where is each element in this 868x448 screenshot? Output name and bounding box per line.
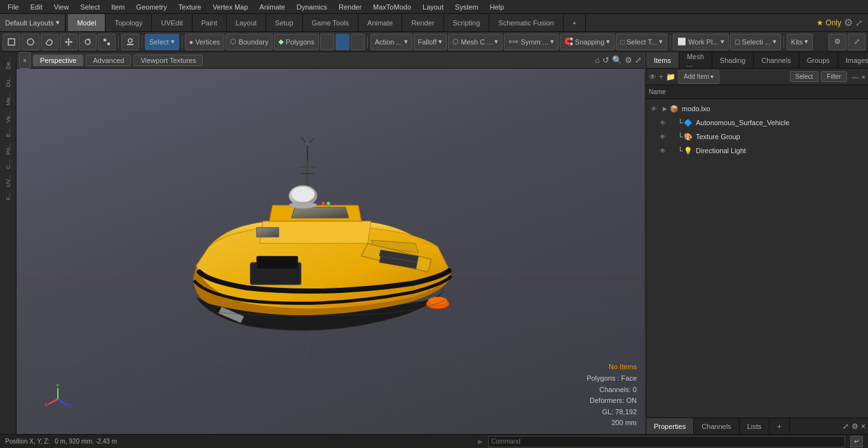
- menu-edit[interactable]: Edit: [25, 2, 48, 12]
- tool-move[interactable]: [60, 34, 78, 50]
- prop-gear-icon[interactable]: ⚙: [851, 422, 858, 431]
- viewport-tab-advanced[interactable]: Advanced: [86, 55, 131, 66]
- falloff-dropdown[interactable]: Falloff ▾: [414, 34, 447, 50]
- mode-tab-model[interactable]: Model: [68, 14, 105, 31]
- items-close-icon[interactable]: ×: [862, 73, 865, 81]
- mode-tab-animate[interactable]: Animate: [358, 14, 402, 31]
- boundary-dropdown[interactable]: ⬡ Boundary: [226, 34, 273, 50]
- vis-icon-light[interactable]: 👁: [658, 146, 668, 156]
- vertices-dropdown[interactable]: ● Vertices: [185, 34, 225, 50]
- command-arrow-icon[interactable]: ▶: [478, 438, 483, 445]
- tree-item-light[interactable]: 👁 ▶ └ 💡 Directional Light: [646, 144, 868, 158]
- tool-circle-select[interactable]: [22, 34, 39, 50]
- symm-dropdown[interactable]: ⟺ Symm ... ▾: [504, 34, 558, 50]
- left-tool-du[interactable]: Du...: [4, 72, 13, 90]
- star-button[interactable]: ★ Only: [817, 18, 841, 27]
- left-tool-ve[interactable]: Ve...: [4, 109, 13, 125]
- vis-icon-texture[interactable]: 👁: [658, 132, 668, 142]
- prop-tab-add[interactable]: +: [770, 418, 789, 434]
- select-dropdown[interactable]: Select ▾: [145, 34, 179, 50]
- vis-icon-root[interactable]: 👁: [649, 104, 659, 114]
- viewport-reset-icon[interactable]: ↺: [602, 55, 609, 65]
- viewport-home-icon[interactable]: ⌂: [595, 55, 600, 65]
- menu-texture[interactable]: Texture: [173, 2, 207, 12]
- tool-extra2[interactable]: [336, 34, 349, 50]
- command-input[interactable]: [488, 436, 845, 447]
- menu-file[interactable]: File: [3, 2, 24, 12]
- mode-tab-schematic[interactable]: Schematic Fusion: [489, 14, 563, 31]
- mode-tab-setup[interactable]: Setup: [266, 14, 303, 31]
- layout-settings-icon[interactable]: ⚙: [844, 17, 853, 29]
- tool-fullscreen[interactable]: ⤢: [848, 34, 865, 50]
- tool-rotate[interactable]: [79, 34, 97, 50]
- items-eye-icon[interactable]: 👁: [649, 72, 656, 81]
- left-tool-e[interactable]: E...: [4, 126, 13, 140]
- menu-system[interactable]: System: [450, 2, 484, 12]
- menu-view[interactable]: View: [49, 2, 74, 12]
- left-tool-po[interactable]: Po...: [4, 140, 13, 158]
- left-tool-uv[interactable]: UV...: [4, 172, 13, 189]
- tool-extra3[interactable]: [351, 34, 365, 50]
- viewport-tab-perspective[interactable]: Perspective: [33, 55, 83, 66]
- items-add-icon[interactable]: +: [659, 72, 663, 81]
- viewport-tab-textures[interactable]: Viewport Textures: [133, 55, 203, 66]
- action-dropdown[interactable]: Action ... ▾: [370, 34, 412, 50]
- menu-layout[interactable]: Layout: [417, 2, 449, 12]
- layout-dropdown[interactable]: Default Layouts ▾: [0, 14, 65, 31]
- tool-select-mode[interactable]: [3, 34, 20, 50]
- panel-tab-shading[interactable]: Shading: [712, 52, 754, 68]
- panel-tab-groups[interactable]: Groups: [799, 52, 838, 68]
- tree-item-root[interactable]: 👁 ▶ 📦 modo.lxo: [646, 102, 868, 116]
- left-tool-me[interactable]: Me...: [4, 90, 13, 108]
- tool-snap-to-ground[interactable]: [121, 34, 139, 50]
- menu-maxtomodo[interactable]: MaxToModo: [368, 2, 416, 12]
- viewport-zoom-icon[interactable]: 🔍: [612, 55, 622, 65]
- prop-tab-properties[interactable]: Properties: [646, 418, 694, 434]
- panel-tab-mesh[interactable]: Mesh ...: [679, 52, 712, 68]
- left-tool-f[interactable]: F...: [4, 190, 13, 203]
- layout-expand-icon[interactable]: ⤢: [855, 18, 863, 28]
- prop-close-icon[interactable]: ×: [861, 422, 865, 431]
- tool-extra1[interactable]: [320, 34, 334, 50]
- command-submit-button[interactable]: ↵: [850, 436, 863, 447]
- selecti-dropdown[interactable]: ◻ Selecti ... ▾: [730, 34, 781, 50]
- tool-globesettings[interactable]: ⚙: [829, 34, 846, 50]
- menu-select[interactable]: Select: [75, 2, 105, 12]
- vis-icon-asv[interactable]: 👁: [658, 118, 668, 128]
- meshc-dropdown[interactable]: ⬡ Mesh C ... ▾: [448, 34, 503, 50]
- expand-icon-root[interactable]: ▶: [660, 104, 669, 113]
- tool-scale[interactable]: [98, 34, 116, 50]
- items-folder-icon[interactable]: 📁: [666, 72, 675, 81]
- tree-item-asv[interactable]: 👁 ▶ └ 🔷 Autonomous_Surface_Vehicle: [646, 116, 868, 130]
- mode-tab-paint[interactable]: Paint: [193, 14, 227, 31]
- polygons-dropdown[interactable]: ◆ Polygons: [274, 34, 318, 50]
- panel-tab-images[interactable]: Images: [838, 52, 868, 68]
- menu-render[interactable]: Render: [334, 2, 367, 12]
- menu-geometry[interactable]: Geometry: [131, 2, 172, 12]
- mode-tab-scripting[interactable]: Scripting: [444, 14, 490, 31]
- panel-tab-channels[interactable]: Channels: [754, 52, 799, 68]
- mode-tab-gametools[interactable]: Game Tools: [303, 14, 359, 31]
- mode-tab-add[interactable]: +: [564, 14, 586, 31]
- snapping-dropdown[interactable]: 🧲 Snapping ▾: [560, 34, 615, 50]
- left-tool-de[interactable]: De...: [4, 55, 13, 72]
- mode-tab-layout[interactable]: Layout: [227, 14, 266, 31]
- tool-lasso[interactable]: [41, 34, 58, 50]
- prop-tab-channels[interactable]: Channels: [694, 418, 739, 434]
- viewport-3d[interactable]: Z Y X No Items Polygons : Face Channels:…: [17, 69, 644, 434]
- menu-item[interactable]: Item: [106, 2, 130, 12]
- kits-dropdown[interactable]: Kits ▾: [787, 34, 813, 50]
- mode-tab-topology[interactable]: Topology: [105, 14, 152, 31]
- tree-item-texture[interactable]: 👁 ▶ └ 🎨 Texture Group: [646, 130, 868, 144]
- viewport-menu-btn[interactable]: ≡: [19, 52, 31, 69]
- prop-expand-icon[interactable]: ⤢: [843, 422, 849, 431]
- menu-help[interactable]: Help: [485, 2, 510, 12]
- viewport-settings-icon[interactable]: ⚙: [625, 55, 632, 65]
- viewport-expand-icon[interactable]: ⤢: [635, 55, 642, 65]
- select-button[interactable]: Select: [790, 71, 819, 82]
- menu-dynamics[interactable]: Dynamics: [292, 2, 332, 12]
- menu-vertexmap[interactable]: Vertex Map: [208, 2, 254, 12]
- add-item-button[interactable]: Add Item ▾: [678, 70, 719, 84]
- selectt-dropdown[interactable]: □ Select T... ▾: [616, 34, 667, 50]
- workpl-dropdown[interactable]: ⬜ Work Pl... ▾: [673, 34, 728, 50]
